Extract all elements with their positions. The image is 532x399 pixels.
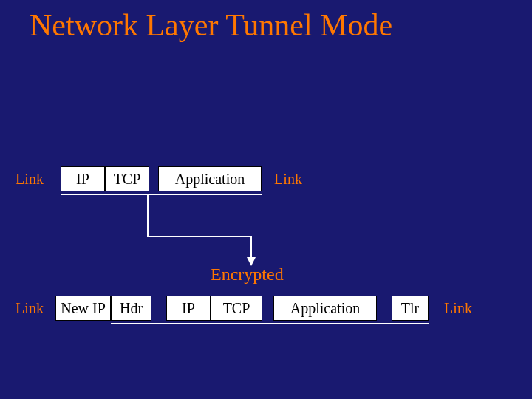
r2-underline	[111, 323, 429, 324]
r2-link-left: Link	[7, 296, 52, 321]
r2-link-right: Link	[436, 296, 480, 321]
r2-tcp: TCP	[211, 296, 262, 321]
r2-hdr: Hdr	[111, 296, 151, 321]
r2-ip: IP	[166, 296, 211, 321]
r2-application: Application	[273, 296, 377, 321]
arrow-down-icon	[0, 0, 532, 399]
slide: Network Layer Tunnel Mode Link IP TCP Ap…	[0, 0, 532, 399]
r2-new-ip: New IP	[55, 296, 111, 321]
r2-tlr: Tlr	[392, 296, 429, 321]
encrypted-label: Encrypted	[211, 265, 284, 284]
